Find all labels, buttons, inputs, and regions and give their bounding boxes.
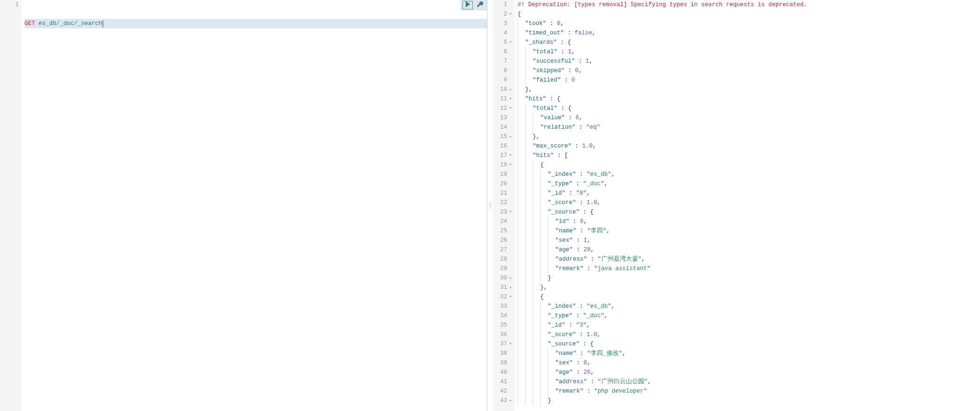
code-line: "hits" : { [518,94,980,104]
code-line: "age" : 26, [518,368,980,377]
code-line: { [518,160,980,170]
fold-toggle-icon[interactable]: ▴ [507,396,512,405]
code-line: "_source" : { [518,339,980,349]
fold-toggle-icon[interactable]: ▴ [507,273,512,283]
code-line: "relation" : "eq" [518,123,980,132]
play-icon [464,1,471,9]
gutter-line: 4 [493,28,512,38]
fold-toggle-icon[interactable]: ▾ [507,9,512,19]
code-line: "name" : "李四_修改", [518,349,980,358]
pane-divider[interactable]: ⋮ [487,0,493,411]
code-line: }, [518,85,980,94]
code-line: } [518,396,980,405]
fold-toggle-icon[interactable]: ▴ [507,85,512,94]
wrench-button[interactable] [475,1,485,9]
code-line: "address" : "广州白云山公园", [518,377,980,386]
gutter-line: 30▴ [493,273,512,283]
code-line: "hits" : [ [518,151,980,160]
code-line: "age" : 28, [518,245,980,255]
gutter-line: 9 [493,75,512,85]
request-line[interactable]: GET es_db/_doc/_search [24,19,487,28]
gutter-line: 24 [493,217,512,226]
gutter-line: 41 [493,377,512,386]
gutter-line: 40 [493,368,512,377]
code-line: "_index" : "es_db", [518,302,980,311]
drag-handle-icon: ⋮ [487,202,494,210]
code-line: "timed_out" : false, [518,28,980,38]
gutter-line: 2▾ [493,9,512,19]
code-line: "id" : 8, [518,217,980,226]
code-line: "remark" : "php developer" [518,386,980,396]
gutter-line: 11▾ [493,94,512,104]
gutter-line: 28 [493,255,512,264]
text-cursor [103,20,103,27]
fold-toggle-icon[interactable]: ▾ [507,151,512,160]
fold-toggle-icon[interactable]: ▾ [507,207,512,217]
fold-toggle-icon[interactable]: ▾ [507,104,512,113]
code-line: "_shards" : { [518,38,980,47]
fold-toggle-icon[interactable]: ▾ [507,339,512,349]
response-code[interactable]: #! Deprecation: [types removal] Specifyi… [515,0,980,411]
fold-toggle-icon[interactable]: ▴ [507,283,512,292]
request-gutter: 1 [0,0,22,411]
code-line: "_type" : "_doc", [518,311,980,321]
http-method: GET [24,19,35,28]
code-line: "max_score" : 1.0, [518,141,980,151]
gutter-line: 16 [493,141,512,151]
gutter-line: 26 [493,236,512,245]
code-line: "_score" : 1.0, [518,330,980,339]
code-line: "address" : "广州荔湾大厦", [518,255,980,264]
deprecation-warning: #! Deprecation: [types removal] Specifyi… [518,0,807,9]
request-path: es_db/_doc/_search [39,19,102,28]
gutter-line: 17▾ [493,151,512,160]
code-line: "remark" : "java assistant" [518,264,980,273]
gutter-line: 29 [493,264,512,273]
fold-toggle-icon[interactable]: ▾ [507,38,512,47]
code-line: "_id" : "3", [518,321,980,330]
code-line: "_score" : 1.0, [518,198,980,207]
gutter-line: 39 [493,358,512,368]
gutter-line: 18▾ [493,160,512,170]
code-line: { [518,292,980,302]
gutter-line: 23▾ [493,207,512,217]
run-button[interactable] [462,1,473,9]
code-line: "name" : "李四", [518,226,980,236]
request-code[interactable]: GET es_db/_doc/_search [22,0,487,411]
gutter-line: 12▾ [493,104,512,113]
code-line: "skipped" : 0, [518,66,980,75]
gutter-line: 15▴ [493,132,512,141]
code-line: } [518,273,980,283]
gutter-line: 32▾ [493,292,512,302]
gutter-line: 1 [493,0,512,9]
code-line: "value" : 6, [518,113,980,123]
response-gutter: 12▾345▾678910▴11▾12▾131415▴1617▾18▾19202… [493,0,515,411]
gutter-line: 13 [493,113,512,123]
gutter-line: 22 [493,198,512,207]
request-actions [461,0,487,10]
fold-toggle-icon[interactable]: ▴ [507,132,512,141]
code-line: "_type" : "_doc", [518,179,980,189]
code-line: "_source" : { [518,207,980,217]
gutter-line: 43▴ [493,396,512,405]
code-line: "_id" : "8", [518,189,980,198]
fold-toggle-icon[interactable]: ▾ [507,160,512,170]
gutter-line: 38 [493,349,512,358]
gutter-line: 5▾ [493,38,512,47]
code-line: "successful" : 1, [518,57,980,66]
gutter-line: 34 [493,311,512,321]
code-line: "total" : 1, [518,47,980,57]
gutter-line: 42 [493,386,512,396]
wrench-icon [477,1,483,9]
code-line: "total" : { [518,104,980,113]
gutter-line: 14 [493,123,512,132]
gutter-line: 20 [493,179,512,189]
fold-toggle-icon[interactable]: ▾ [507,292,512,302]
code-line: #! Deprecation: [types removal] Specifyi… [518,0,980,9]
gutter-line: 35 [493,321,512,330]
code-line: }, [518,283,980,292]
gutter-line: 3 [493,19,512,28]
gutter-line: 36 [493,330,512,339]
gutter-line: 21 [493,189,512,198]
gutter-line: 31▴ [493,283,512,292]
fold-toggle-icon[interactable]: ▾ [507,94,512,104]
